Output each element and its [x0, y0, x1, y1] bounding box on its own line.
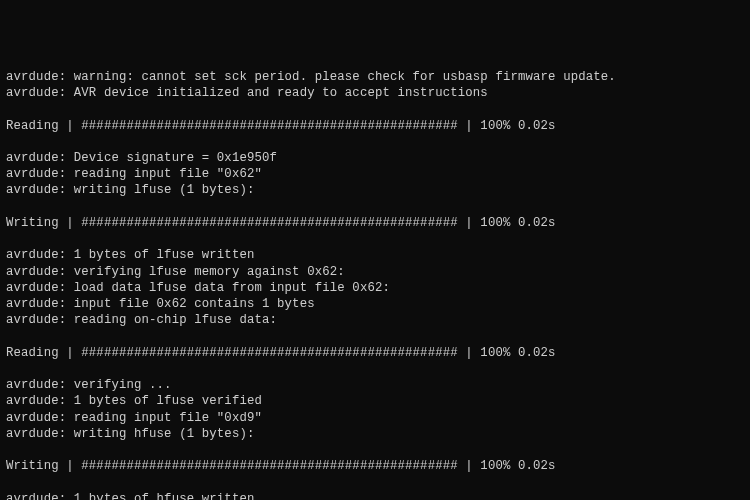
- terminal-line: avrdude: writing lfuse (1 bytes):: [6, 182, 744, 198]
- terminal-line: avrdude: input file 0x62 contains 1 byte…: [6, 296, 744, 312]
- terminal-line: avrdude: load data lfuse data from input…: [6, 280, 744, 296]
- terminal-line: [6, 328, 744, 344]
- terminal-line: Reading | ##############################…: [6, 118, 744, 134]
- terminal-line: avrdude: warning: cannot set sck period.…: [6, 69, 744, 85]
- terminal-line: avrdude: Device signature = 0x1e950f: [6, 150, 744, 166]
- terminal-line: avrdude: verifying lfuse memory against …: [6, 264, 744, 280]
- terminal-line: Writing | ##############################…: [6, 215, 744, 231]
- terminal-line: [6, 442, 744, 458]
- terminal-line: avrdude: AVR device initialized and read…: [6, 85, 744, 101]
- terminal-line: avrdude: reading on-chip lfuse data:: [6, 312, 744, 328]
- terminal-line: [6, 101, 744, 117]
- terminal-line: avrdude: verifying ...: [6, 377, 744, 393]
- terminal-line: avrdude: 1 bytes of hfuse written: [6, 491, 744, 500]
- terminal-line: [6, 361, 744, 377]
- terminal-line: Writing | ##############################…: [6, 458, 744, 474]
- terminal-line: [6, 474, 744, 490]
- terminal-line: avrdude: 1 bytes of lfuse verified: [6, 393, 744, 409]
- terminal-line: [6, 199, 744, 215]
- terminal-line: [6, 231, 744, 247]
- terminal-output: avrdude: warning: cannot set sck period.…: [6, 69, 744, 500]
- terminal-line: avrdude: 1 bytes of lfuse written: [6, 247, 744, 263]
- terminal-line: avrdude: reading input file "0xd9": [6, 410, 744, 426]
- terminal-line: Reading | ##############################…: [6, 345, 744, 361]
- terminal-line: avrdude: writing hfuse (1 bytes):: [6, 426, 744, 442]
- terminal-line: avrdude: reading input file "0x62": [6, 166, 744, 182]
- terminal-line: [6, 134, 744, 150]
